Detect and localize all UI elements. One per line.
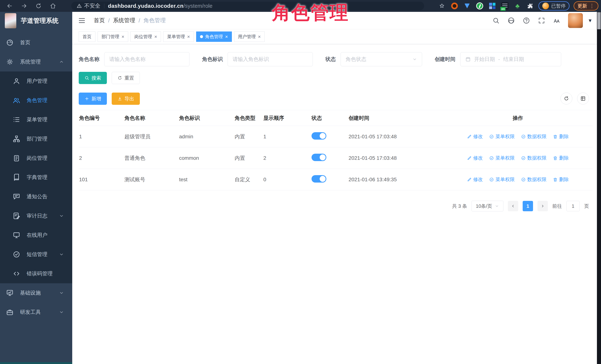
paused-label: 已暂停	[551, 3, 566, 9]
sidebar-item-infra[interactable]: 基础设施	[0, 283, 72, 303]
github-icon[interactable]	[507, 17, 515, 24]
sidebar-item-user[interactable]: 用户管理	[0, 71, 72, 91]
close-icon[interactable]: ×	[258, 34, 261, 39]
back-icon[interactable]	[5, 1, 14, 10]
action-data-perm[interactable]: 数据权限	[521, 155, 547, 161]
sidebar-item-label: 审计日志	[27, 212, 47, 219]
tab-岗位管理[interactable]: 岗位管理×	[130, 31, 161, 42]
app-logo[interactable]: 芋道管理系统	[0, 12, 72, 30]
action-delete[interactable]: 删除	[553, 155, 569, 161]
column-header: 创建时间	[348, 110, 443, 126]
page-number-button[interactable]: 1	[523, 201, 533, 211]
column-settings-button[interactable]	[577, 93, 589, 104]
sidebar-item-home[interactable]: 首页	[0, 33, 72, 52]
sidebar-item-errcode[interactable]: 错误码管理	[0, 264, 72, 283]
action-menu-perm[interactable]: 菜单权限	[489, 176, 515, 183]
extension-drop-icon[interactable]	[463, 2, 471, 10]
add-button[interactable]: 新增	[79, 93, 107, 105]
circle-check-icon	[489, 177, 494, 182]
caret-down-icon[interactable]: ▼	[588, 18, 592, 23]
action-edit[interactable]: 修改	[467, 133, 483, 140]
close-icon[interactable]: ×	[187, 34, 190, 39]
circle-check-icon	[521, 156, 526, 160]
sidebar-item-role[interactable]: 角色管理	[0, 91, 72, 110]
table-cell: 自定义	[234, 169, 263, 190]
chevron-down-icon	[412, 57, 417, 62]
status-toggle[interactable]	[311, 154, 326, 161]
sidebar-item-sms[interactable]: 短信管理	[0, 245, 72, 264]
extension-grid-icon[interactable]	[488, 2, 497, 10]
kebab-menu-icon[interactable]: ⋮	[589, 4, 594, 8]
extension-panel-icon[interactable]: on	[501, 2, 509, 10]
sidebar-item-audit[interactable]: 审计日志	[0, 206, 72, 226]
tab-首页[interactable]: 首页	[79, 31, 95, 42]
action-edit[interactable]: 修改	[467, 155, 483, 161]
column-header: 角色编号	[79, 110, 124, 126]
close-icon[interactable]: ×	[225, 34, 228, 39]
close-icon[interactable]: ×	[121, 34, 124, 39]
reset-button[interactable]: 重置	[112, 72, 140, 84]
refresh-table-button[interactable]	[561, 93, 572, 104]
date-range-input[interactable]: 开始日期 - 结束日期	[460, 52, 561, 66]
search-icon[interactable]	[492, 17, 500, 24]
tab-角色管理[interactable]: 角色管理×	[196, 31, 232, 42]
page-size-select[interactable]: 10条/页	[471, 201, 503, 211]
sidebar-item-notice[interactable]: 通知公告	[0, 187, 72, 206]
toggle-knob	[320, 154, 326, 160]
extension-sprout-icon[interactable]: ♣	[513, 2, 522, 10]
export-button[interactable]: 导出	[112, 93, 140, 105]
sidebar-item-menu[interactable]: 菜单管理	[0, 110, 72, 129]
sidebar-item-post[interactable]: 岗位管理	[0, 148, 72, 168]
bookmark-star-icon[interactable]	[438, 2, 446, 10]
role-code-input[interactable]: 请输入角色标识	[228, 52, 313, 66]
forward-icon[interactable]	[20, 1, 29, 10]
action-edit[interactable]: 修改	[467, 176, 483, 183]
profile-paused-pill[interactable]: 已暂停	[538, 1, 570, 10]
update-pill[interactable]: 更新 ⋮	[574, 1, 598, 10]
sidebar-item-label: 菜单管理	[27, 116, 47, 123]
code-icon	[13, 270, 20, 277]
goto-page-input[interactable]: 1	[566, 201, 580, 211]
filter-role-code: 角色标识 请输入角色标识	[202, 52, 313, 66]
search-button[interactable]: 搜索	[79, 72, 107, 84]
user-avatar[interactable]	[568, 13, 583, 28]
hamburger-icon[interactable]	[78, 17, 86, 25]
tab-菜单管理[interactable]: 菜单管理×	[163, 31, 194, 42]
next-page-button[interactable]	[538, 201, 548, 211]
sidebar-item-dept[interactable]: 部门管理	[0, 129, 72, 148]
tab-部门管理[interactable]: 部门管理×	[98, 31, 128, 42]
extension-target-icon[interactable]	[450, 2, 459, 10]
sidebar-item-system[interactable]: 系统管理	[0, 52, 72, 71]
fullscreen-icon[interactable]	[538, 17, 545, 24]
prev-page-button[interactable]	[508, 201, 518, 211]
home-icon[interactable]	[49, 1, 57, 10]
font-size-icon[interactable]	[553, 17, 561, 24]
status-select[interactable]: 角色状态	[341, 52, 422, 66]
breadcrumb-item[interactable]: 首页	[94, 17, 105, 24]
status-label: 状态	[325, 56, 336, 63]
status-toggle[interactable]	[311, 175, 326, 183]
address-bar[interactable]: 不安全 dashboard.yudao.iocoder.cn /system/r…	[71, 2, 424, 10]
action-data-perm[interactable]: 数据权限	[521, 176, 547, 183]
action-menu-perm[interactable]: 菜单权限	[489, 133, 515, 140]
table-cell: admin	[179, 126, 234, 147]
action-delete[interactable]: 删除	[553, 133, 569, 140]
status-toggle[interactable]	[311, 132, 326, 140]
page-scrollbar[interactable]	[597, 12, 601, 364]
sidebar-item-online[interactable]: 在线用户	[0, 226, 72, 245]
reload-icon[interactable]	[34, 1, 43, 10]
action-data-perm[interactable]: 数据权限	[521, 133, 547, 140]
breadcrumb-item[interactable]: 系统管理	[113, 17, 135, 24]
sidebar-item-devtool[interactable]: 研发工具	[0, 303, 72, 322]
action-menu-perm[interactable]: 菜单权限	[489, 155, 515, 161]
extensions-puzzle-icon[interactable]	[526, 2, 534, 10]
sidebar-item-dict[interactable]: 字典管理	[0, 168, 72, 187]
scrollbar-thumb[interactable]	[597, 12, 601, 29]
extension-circle-icon[interactable]	[475, 2, 484, 10]
tab-用户管理[interactable]: 用户管理×	[234, 31, 265, 42]
help-icon[interactable]	[522, 17, 530, 24]
action-delete[interactable]: 删除	[553, 176, 569, 183]
close-icon[interactable]: ×	[154, 34, 157, 39]
role-name-input[interactable]: 请输入角色名称	[104, 52, 190, 66]
table-tools	[561, 93, 589, 104]
